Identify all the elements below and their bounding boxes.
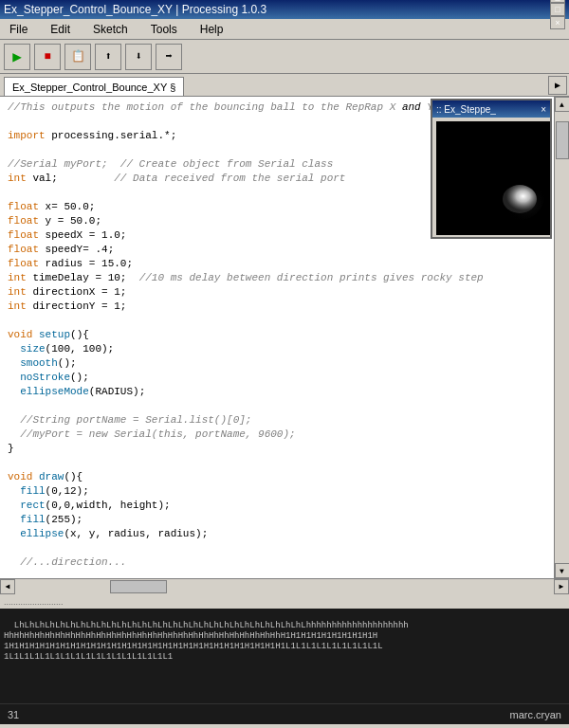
close-button[interactable]: × (550, 16, 565, 29)
title-text: Ex_Stepper_Control_Bounce_XY | Processin… (4, 3, 266, 16)
menu-edit[interactable]: Edit (45, 21, 76, 38)
scroll-thumb-v[interactable] (556, 121, 569, 159)
sketch-close-button[interactable]: × (541, 104, 546, 115)
menu-help[interactable]: Help (194, 21, 229, 38)
scroll-track-v (555, 112, 570, 563)
horizontal-scrollbar: ◀ ▶ (0, 578, 569, 593)
maximize-button[interactable]: □ (550, 3, 565, 16)
scroll-right-arrow[interactable]: ▶ (554, 579, 569, 594)
run-button[interactable]: ▶ (4, 44, 30, 70)
scroll-thumb-h[interactable] (110, 580, 167, 593)
new-button[interactable]: 📋 (64, 44, 91, 70)
active-tab[interactable]: Ex_Stepper_Control_Bounce_XY § (4, 77, 184, 96)
status-text: ......................... (4, 597, 64, 607)
svg-point-2 (503, 185, 537, 213)
brand-label: marc.cryan (510, 709, 561, 720)
save-button[interactable]: ⬇ (125, 44, 152, 70)
scroll-track-h (15, 579, 554, 594)
toolbar: ▶ ■ 📋 ⬆ ⬇ ➡ (0, 40, 569, 74)
sketch-window: :: Ex_Steppe_ × (431, 99, 552, 239)
menu-sketch[interactable]: Sketch (87, 21, 134, 38)
tab-label: Ex_Stepper_Control_Bounce_XY § (12, 82, 175, 93)
scroll-left-arrow[interactable]: ◀ (0, 579, 15, 594)
menu-file[interactable]: File (4, 21, 33, 38)
line-number: 31 (8, 709, 19, 720)
tab-scroll-arrow[interactable]: ▶ (548, 76, 567, 95)
vertical-scrollbar: ▲ ▼ (554, 97, 569, 578)
menu-tools[interactable]: Tools (145, 21, 183, 38)
tab-bar: Ex_Stepper_Control_Bounce_XY § ▶ (0, 74, 569, 97)
scroll-up-arrow[interactable]: ▲ (555, 97, 570, 112)
title-controls: _ □ × (550, 0, 565, 29)
sketch-visual (436, 121, 550, 235)
editor-container: //This outputs the motion of the bouncin… (0, 97, 569, 578)
sketch-title: :: Ex_Steppe_ × (432, 100, 550, 118)
open-button[interactable]: ⬆ (95, 44, 121, 70)
sketch-title-text: :: Ex_Steppe_ (436, 104, 496, 115)
scroll-down-arrow[interactable]: ▼ (555, 563, 570, 578)
serial-monitor: LhLhLhLhLhLhLhLhLhLhLhLhLhLhLhLhLhLhLhLh… (0, 609, 569, 703)
menu-bar: File Edit Sketch Tools Help (0, 19, 569, 40)
title-bar: Ex_Stepper_Control_Bounce_XY | Processin… (0, 0, 569, 19)
status-area: ......................... (0, 593, 569, 609)
serial-output: LhLhLhLhLhLhLhLhLhLhLhLhLhLhLhLhLhLhLhLh… (4, 621, 409, 662)
export-button[interactable]: ➡ (156, 44, 182, 70)
stop-button[interactable]: ■ (34, 44, 61, 70)
sketch-canvas (436, 121, 550, 235)
bottom-bar: 31 marc.cryan (0, 703, 569, 724)
